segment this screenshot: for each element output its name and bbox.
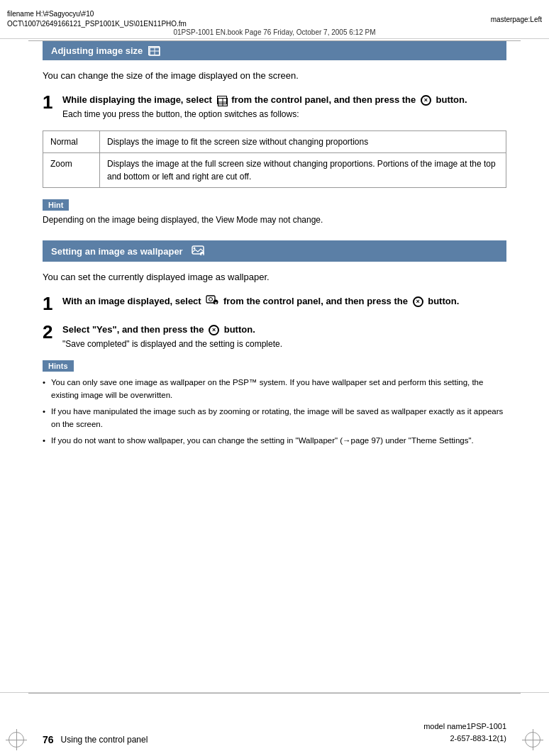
section1-title: Adjusting image size: [51, 45, 143, 56]
table-cell-normal-desc: Displays the image to fit the screen siz…: [100, 131, 506, 153]
hint-box: Hint Depending on the image being displa…: [43, 199, 506, 226]
grid-icon: [217, 96, 227, 104]
footer-product-code: 2-657-883-12(1): [423, 733, 506, 745]
section2-step1: 1 With an image displayed, select ★ from…: [43, 294, 506, 313]
hint-text: Depending on the image being displayed, …: [43, 213, 506, 226]
section1-step1-desc: Each time you press the button, the opti…: [62, 108, 506, 121]
table-cell-zoom-desc: Displays the image at the full screen si…: [100, 153, 506, 188]
section2-step2-number: 2: [43, 323, 57, 341]
section1-step1-body: While displaying the image, select from …: [62, 93, 506, 121]
footer-page-label: Using the control panel: [61, 735, 148, 745]
section2-step2-title: Select "Yes", and then press the × butto…: [62, 323, 506, 337]
mode-table: Normal Displays the image to fit the scr…: [43, 130, 506, 188]
x-button-icon: ×: [421, 95, 431, 106]
camera-star-icon: ★: [206, 294, 218, 308]
page-footer: 76 Using the control panel model name1PS…: [0, 692, 549, 756]
section1-step1: 1 While displaying the image, select fro…: [43, 93, 506, 121]
hints-box: Hints You can only save one image as wal…: [43, 360, 506, 447]
list-item: If you do not want to show wallpaper, yo…: [43, 434, 506, 447]
section1-intro: You can change the size of the image dis…: [43, 69, 506, 83]
section1-step1-number: 1: [43, 93, 57, 111]
header-bookinfo: 01PSP-1001 EN.book Page 76 Friday, Octob…: [174, 28, 376, 36]
svg-point-11: [209, 298, 213, 301]
table-cell-normal-label: Normal: [43, 131, 100, 153]
footer-left: 76 Using the control panel: [43, 734, 148, 745]
page-number: 76: [43, 734, 54, 745]
main-content: Adjusting image size You can change the …: [43, 41, 506, 692]
section2-step2-desc: "Save completed" is displayed and the se…: [62, 338, 506, 350]
table-cell-zoom-label: Zoom: [43, 153, 100, 188]
table-row: Normal Displays the image to fit the scr…: [43, 131, 506, 153]
hints-label: Hints: [43, 360, 74, 372]
section2-step2-body: Select "Yes", and then press the × butto…: [62, 323, 506, 351]
section2-intro: You can set the currently displayed imag…: [43, 270, 506, 284]
section2-step1-title: With an image displayed, select ★ from t…: [62, 294, 506, 308]
section1-icon: [148, 46, 160, 55]
table-row: Zoom Displays the image at the full scre…: [43, 153, 506, 188]
section2-title: Setting an image as wallpaper: [51, 246, 183, 257]
section2-step1-number: 1: [43, 294, 57, 313]
list-item: If you have manipulated the image such a…: [43, 405, 506, 431]
section1-step1-title: While displaying the image, select from …: [62, 93, 506, 107]
footer-right: model name1PSP-1001 2-657-883-12(1): [423, 721, 506, 745]
section2-step2: 2 Select "Yes", and then press the × but…: [43, 323, 506, 351]
page-container: filename H:\#Sagyocyu\#10 OCT\1007\26491…: [0, 0, 549, 756]
header-filename: filename H:\#Sagyocyu\#10 OCT\1007\26491…: [7, 9, 187, 29]
x-button-icon2: ×: [413, 296, 423, 307]
x-button-icon3: ×: [209, 325, 219, 335]
hint-label: Hint: [43, 199, 69, 211]
svg-point-7: [193, 248, 195, 250]
list-item: You can only save one image as wallpaper…: [43, 376, 506, 402]
header-masterpage: masterpage:Left: [491, 16, 542, 23]
footer-model: model name1PSP-1001: [423, 721, 506, 733]
wallpaper-icon: ★: [192, 245, 204, 257]
section2-header: Setting an image as wallpaper ★: [43, 240, 506, 262]
hints-list: You can only save one image as wallpaper…: [43, 376, 506, 447]
section1-header: Adjusting image size: [43, 41, 506, 60]
section2-step1-body: With an image displayed, select ★ from t…: [62, 294, 506, 308]
